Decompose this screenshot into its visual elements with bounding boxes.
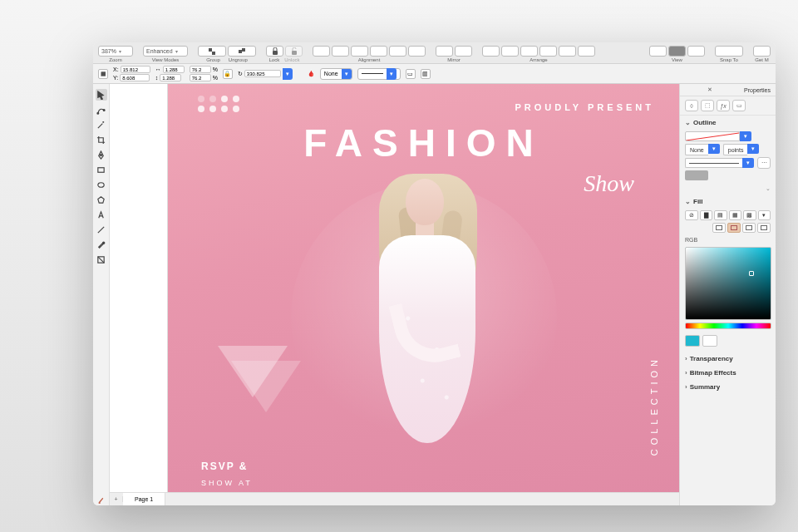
arr-1[interactable] <box>482 46 500 57</box>
misc-btn-2[interactable]: ▥ <box>421 69 431 79</box>
canvas[interactable]: PROUDLY PRESENT FASHION Show RSVP & SHOW… <box>110 84 679 505</box>
properties-title: Properties <box>744 87 771 93</box>
svg-rect-4 <box>273 51 278 55</box>
rotation-dd[interactable]: ▾ <box>283 68 293 80</box>
group-button[interactable] <box>198 46 226 57</box>
polygon-tool[interactable] <box>96 194 107 205</box>
poster-artwork[interactable]: PROUDLY PRESENT FASHION Show RSVP & SHOW… <box>168 84 679 505</box>
outline-collapse-caret[interactable]: ⌄ <box>680 185 776 195</box>
eyedropper-tool[interactable] <box>96 239 107 250</box>
outline-color-dd[interactable]: ▾ <box>740 131 751 141</box>
dot-grid-decoration <box>198 96 241 112</box>
fill-type-solid[interactable]: ▇ <box>700 210 713 220</box>
props-tab-1[interactable]: ◊ <box>685 100 698 111</box>
paint-bucket-icon: 🩸 <box>308 71 315 77</box>
outline-color-swatch[interactable] <box>685 131 740 141</box>
bitmap-effects-section-header[interactable]: Bitmap Effects <box>680 366 776 380</box>
misc-btn-1[interactable]: ▭ <box>406 69 416 79</box>
props-tab-4[interactable]: ▭ <box>732 100 746 111</box>
view-3[interactable] <box>687 46 705 57</box>
transparency-section-header[interactable]: Transparency <box>680 352 776 366</box>
fill-edit-3[interactable] <box>742 223 756 233</box>
current-color-swatch[interactable] <box>685 335 700 347</box>
tool-column <box>93 84 110 505</box>
color-picker[interactable] <box>685 247 771 320</box>
arr-5[interactable] <box>559 46 576 57</box>
view-1[interactable] <box>649 46 667 57</box>
ungroup-button[interactable] <box>228 46 256 57</box>
summary-section-header[interactable]: Summary <box>680 380 776 394</box>
viewmodes-group: Enhanced View Modes <box>143 46 188 62</box>
line-tool[interactable] <box>96 224 107 235</box>
align-2[interactable] <box>332 46 349 57</box>
outline-section-header[interactable]: Outline <box>680 116 776 130</box>
outline-more-button[interactable]: ⋯ <box>757 157 771 169</box>
fill-edit-2[interactable] <box>727 223 741 233</box>
outline-pattern-dd[interactable] <box>685 158 742 168</box>
add-page-button[interactable]: + <box>110 496 123 502</box>
fill-edit-4[interactable] <box>757 223 771 233</box>
outline-units-dd[interactable]: points▾ <box>723 144 760 155</box>
fill-type-row: ⊘ ▇ ▤ ▦ ▩ ▾ <box>685 210 771 220</box>
ellipse-tool[interactable] <box>96 179 107 190</box>
getm-button[interactable] <box>753 46 771 57</box>
fill-type-grad[interactable]: ▤ <box>714 210 727 220</box>
outline-style-dd[interactable]: None▾ <box>685 144 720 155</box>
lock-button[interactable] <box>266 46 283 57</box>
arr-4[interactable] <box>539 46 557 57</box>
props-tab-2[interactable]: ⬚ <box>701 100 714 111</box>
y-label: Y: <box>113 75 118 81</box>
fill-tool[interactable] <box>96 254 107 265</box>
wand-tool[interactable] <box>96 119 107 131</box>
brush-tool[interactable] <box>96 494 107 505</box>
close-panel-icon[interactable]: ✕ <box>707 86 712 93</box>
zoom-select[interactable]: 387% <box>98 46 133 57</box>
snap-button[interactable] <box>715 46 743 57</box>
align-1[interactable] <box>313 46 330 57</box>
fill-type-pat[interactable]: ▦ <box>729 210 742 220</box>
stroke-preview[interactable]: ▾ <box>357 68 401 80</box>
hue-slider[interactable] <box>685 323 771 329</box>
h-field[interactable]: 1.288 <box>160 74 181 81</box>
fill-type-more[interactable]: ▾ <box>758 210 771 220</box>
props-tab-row: ◊ ⬚ ƒx ▭ <box>680 96 776 116</box>
pen-tool[interactable] <box>96 149 107 160</box>
svg-line-13 <box>98 256 104 262</box>
rectangle-tool[interactable] <box>96 164 107 175</box>
fill-none-dd[interactable]: None▾ <box>320 68 352 80</box>
poster-overline: PROUDLY PRESENT <box>515 102 654 112</box>
pctx-field[interactable]: 76.2 <box>190 66 211 73</box>
align-5[interactable] <box>389 46 406 57</box>
align-4[interactable] <box>370 46 387 57</box>
outline-preview-swatch <box>685 170 708 180</box>
crop-tool[interactable] <box>96 134 107 145</box>
align-3[interactable] <box>351 46 368 57</box>
arr-6[interactable] <box>578 46 595 57</box>
arr-2[interactable] <box>501 46 519 57</box>
viewmodes-select[interactable]: Enhanced <box>143 46 188 57</box>
y-field[interactable]: 8.608 <box>120 74 150 81</box>
w-field[interactable]: 1.288 <box>163 66 185 73</box>
svg-point-10 <box>98 182 104 187</box>
align-6[interactable] <box>408 46 426 57</box>
fill-edit-1[interactable] <box>712 223 726 233</box>
fill-type-none[interactable]: ⊘ <box>685 210 698 220</box>
page-tab-1[interactable]: Page 1 <box>123 493 165 505</box>
rotation-field[interactable]: 330.825 <box>244 70 281 77</box>
pcty-field[interactable]: 76.2 <box>190 74 211 81</box>
unlock-button[interactable] <box>285 46 303 57</box>
view-2[interactable] <box>668 46 686 57</box>
arr-3[interactable] <box>520 46 538 57</box>
text-tool[interactable] <box>96 209 107 220</box>
fill-type-tex[interactable]: ▩ <box>743 210 756 220</box>
previous-color-swatch[interactable] <box>702 335 717 347</box>
pointer-tool[interactable] <box>96 89 107 101</box>
lock-aspect-icon[interactable]: 🔒 <box>223 69 233 79</box>
mirror-h[interactable] <box>436 46 453 57</box>
mirror-v[interactable] <box>455 46 472 57</box>
fill-section-header[interactable]: Fill <box>680 195 776 209</box>
props-tab-fx[interactable]: ƒx <box>717 100 730 111</box>
node-tool[interactable] <box>96 104 107 116</box>
selection-mode-1[interactable]: ▦ <box>98 69 108 79</box>
x-field[interactable]: 15.812 <box>121 66 150 73</box>
